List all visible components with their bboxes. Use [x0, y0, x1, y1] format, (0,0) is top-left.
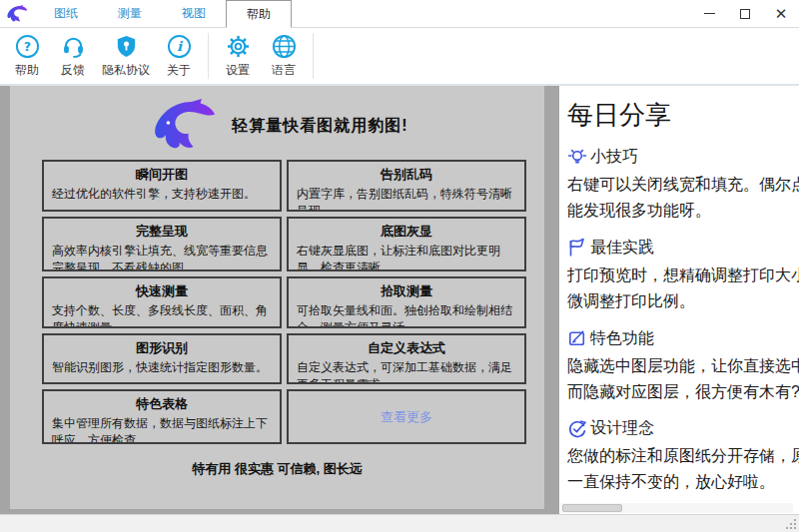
feature-card-shape-recognition: 图形识别 智能识别图形，快速统计指定图形数量。 [42, 333, 282, 384]
language-button-label: 语言 [272, 62, 296, 79]
feature-desc: 右键灰显底图，让标注和底图对比更明显，检查更清晰。 [297, 243, 516, 271]
help-button[interactable]: ? 帮助 [4, 30, 50, 82]
bulb-icon [567, 148, 587, 168]
svg-text:i: i [176, 38, 183, 54]
daily-text-line: 一直保持不变的，放心好啦。 [567, 469, 799, 495]
feature-desc: 可拾取矢量线和面。独创拾取和绘制相结合，测量方便又灵活。 [297, 302, 516, 328]
edit-document-icon [567, 328, 587, 348]
feature-card-grey-base: 底图灰显 右键灰显底图，让标注和底图对比更明显，检查更清晰。 [287, 217, 526, 271]
leopard-logo-large-icon [146, 99, 222, 153]
help-button-label: 帮助 [15, 62, 39, 79]
feature-card-full-render: 完整呈现 高效率内核引擎让填充、线宽等重要信息完整呈现。不看残缺的图。 [42, 217, 282, 271]
resize-grip-icon[interactable] [785, 518, 796, 529]
feedback-button[interactable]: 反馈 [50, 30, 96, 82]
feature-grid: 瞬间开图 经过优化的软件引擎，支持秒速开图。 告别乱码 内置字库，告别图纸乱码，… [42, 160, 526, 444]
feature-card-pick-measure: 拾取测量 可拾取矢量线和面。独创拾取和绘制相结合，测量方便又灵活。 [287, 276, 526, 328]
daily-section-featured-function: 特色功能 隐藏选中图层功能，让你直接选中 而隐藏对应图层，很方便有木有? [567, 328, 799, 405]
settings-button[interactable]: 设置 [215, 30, 261, 82]
daily-text-line: 您做的标注和原图纸分开存储，原 [567, 443, 799, 469]
ribbon-separator [208, 33, 209, 79]
help-overview-panel: 轻算量快看图就用豹图! 瞬间开图 经过优化的软件引擎，支持秒速开图。 告别乱码 … [10, 86, 544, 509]
daily-text-line: 微调整打印比例。 [567, 288, 799, 314]
daily-text-line: 而隐藏对应图层，很方便有木有? [567, 379, 799, 405]
daily-share-title: 每日分享 [567, 98, 799, 133]
tab-help[interactable]: 帮助 [226, 0, 292, 28]
feature-title: 告别乱码 [297, 166, 516, 184]
daily-section-heading: 小技巧 [590, 147, 638, 168]
maximize-button[interactable] [727, 0, 763, 27]
gear-icon [226, 34, 251, 59]
scrollbar-thumb[interactable] [562, 504, 622, 512]
target-check-icon [567, 419, 587, 439]
daily-section-tips: 小技巧 右键可以关闭线宽和填充。偶尔点 能发现很多功能呀。 [567, 147, 799, 224]
window-controls: ✕ [691, 0, 799, 27]
feature-card-quick-measure: 快速测量 支持个数、长度、多段线长度、面积、角度快速测量。 [42, 276, 282, 328]
feature-card-custom-expression: 自定义表达式 自定义表达式，可深加工基础数据，满足更多工程量需求。 [287, 333, 526, 384]
ribbon-toolbar: ? 帮助 反馈 隐私协议 i 关于 [0, 28, 799, 86]
headset-icon [61, 34, 86, 59]
svg-text:?: ? [23, 39, 30, 54]
title-tab-bar: 图纸 测量 视图 帮助 ✕ [0, 0, 799, 28]
info-circle-icon: i [167, 34, 192, 59]
leopard-logo-icon [0, 0, 34, 27]
help-circle-icon: ? [15, 34, 40, 59]
feature-title: 自定义表达式 [297, 339, 516, 357]
feature-card-special-table: 特色表格 集中管理所有数据，数据与图纸标注上下呼应，方便检查。 [42, 389, 282, 444]
bottom-slogan: 特有用 很实惠 可信赖, 图长远 [10, 460, 544, 478]
tab-measure[interactable]: 测量 [98, 0, 162, 27]
feature-card-no-garbled: 告别乱码 内置字库，告别图纸乱码，特殊符号清晰呈现。 [287, 160, 526, 212]
daily-section-best-practice: 最佳实践 打印预览时，想精确调整打印大小 微调整打印比例。 [567, 238, 799, 314]
feature-title: 完整呈现 [52, 223, 272, 241]
daily-section-heading: 特色功能 [590, 328, 654, 349]
tab-drawing[interactable]: 图纸 [34, 0, 98, 27]
daily-section-heading: 设计理念 [590, 418, 654, 439]
settings-button-label: 设置 [226, 62, 250, 79]
privacy-policy-button-label: 隐私协议 [102, 62, 150, 79]
minimize-button[interactable] [691, 0, 727, 27]
language-button[interactable]: 语言 [261, 30, 307, 82]
shield-keyhole-icon [114, 34, 139, 59]
feature-desc: 支持个数、长度、多段线长度、面积、角度快速测量。 [52, 302, 272, 328]
feature-desc: 高效率内核引擎让填充、线宽等重要信息完整呈现。不看残缺的图。 [52, 243, 272, 271]
feature-desc: 自定义表达式，可深加工基础数据，满足更多工程量需求。 [297, 359, 516, 384]
about-button[interactable]: i 关于 [156, 30, 202, 82]
feature-desc: 智能识别图形，快速统计指定图形数量。 [52, 359, 272, 376]
maximize-icon [740, 9, 750, 19]
daily-share-panel: 每日分享 小技巧 右键可以关闭线宽和填充。偶尔点 能发现很多功能呀。 [559, 86, 799, 514]
see-more-link[interactable]: 查看更多 [381, 408, 432, 426]
horizontal-scrollbar[interactable] [560, 503, 793, 513]
daily-section-heading: 最佳实践 [590, 238, 654, 259]
status-bar [0, 514, 799, 532]
feature-title: 底图灰显 [297, 223, 516, 241]
feature-title: 特色表格 [52, 395, 272, 413]
feature-desc: 经过优化的软件引擎，支持秒速开图。 [52, 186, 272, 203]
main-canvas-area: 轻算量快看图就用豹图! 瞬间开图 经过优化的软件引擎，支持秒速开图。 告别乱码 … [0, 86, 799, 514]
close-button[interactable]: ✕ [763, 0, 799, 27]
feature-card-instant-open: 瞬间开图 经过优化的软件引擎，支持秒速开图。 [42, 160, 282, 212]
tab-view[interactable]: 视图 [162, 0, 226, 27]
feature-desc: 集中管理所有数据，数据与图纸标注上下呼应，方便检查。 [52, 415, 272, 444]
flag-icon [567, 238, 587, 258]
daily-text-line: 打印预览时，想精确调整打印大小 [567, 263, 799, 288]
about-button-label: 关于 [167, 62, 191, 79]
app-window: 图纸 测量 视图 帮助 ✕ ? 帮助 反馈 [0, 0, 799, 532]
feature-title: 图形识别 [52, 339, 272, 357]
hero-banner: 轻算量快看图就用豹图! [10, 86, 544, 154]
privacy-policy-button[interactable]: 隐私协议 [96, 30, 156, 82]
feature-title: 瞬间开图 [52, 166, 272, 184]
daily-text-line: 能发现很多功能呀。 [567, 198, 799, 224]
feature-title: 拾取测量 [297, 282, 516, 300]
daily-text-line: 隐藏选中图层功能，让你直接选中 [567, 353, 799, 379]
close-icon: ✕ [775, 6, 788, 21]
minimize-icon [704, 13, 715, 14]
daily-text-line: 右键可以关闭线宽和填充。偶尔点 [567, 172, 799, 198]
globe-icon [272, 34, 297, 59]
feature-desc: 内置字库，告别图纸乱码，特殊符号清晰呈现。 [297, 186, 516, 212]
ribbon-separator [313, 33, 314, 79]
see-more-card: 查看更多 [287, 389, 526, 444]
hero-tagline: 轻算量快看图就用豹图! [232, 116, 407, 137]
feature-title: 快速测量 [52, 282, 272, 300]
feedback-button-label: 反馈 [61, 62, 85, 79]
daily-section-design-philosophy: 设计理念 您做的标注和原图纸分开存储，原 一直保持不变的，放心好啦。 [567, 418, 799, 495]
